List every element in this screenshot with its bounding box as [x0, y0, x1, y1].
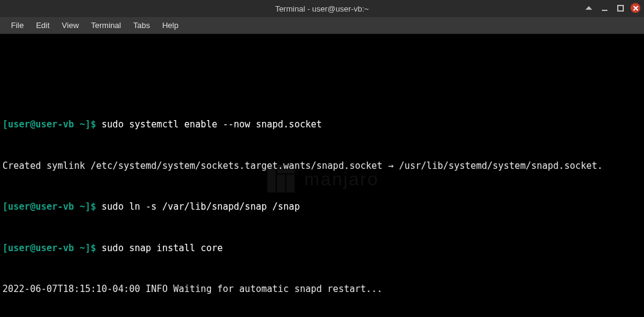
- svg-rect-0: [602, 10, 607, 11]
- menu-edit[interactable]: Edit: [30, 18, 55, 32]
- maximize-button[interactable]: [615, 2, 626, 13]
- menu-view[interactable]: View: [55, 18, 85, 32]
- minimize-button[interactable]: [599, 2, 610, 13]
- command-text: sudo snap install core: [96, 243, 223, 254]
- menu-terminal[interactable]: Terminal: [85, 18, 127, 32]
- terminal-content: [user@user-vb ~]$ sudo systemctl enable …: [2, 90, 642, 317]
- window-controls: [583, 2, 640, 13]
- terminal-line: [user@user-vb ~]$ sudo systemctl enable …: [2, 118, 642, 132]
- terminal-output: 2022-06-07T18:15:10-04:00 INFO Waiting f…: [2, 282, 642, 296]
- close-button[interactable]: [631, 3, 640, 13]
- command-text: sudo systemctl enable --now snapd.socket: [96, 119, 322, 130]
- menu-tabs[interactable]: Tabs: [127, 18, 156, 32]
- command-text: sudo ln -s /var/lib/snapd/snap /snap: [96, 201, 300, 212]
- terminal-pane[interactable]: manjaro [user@user-vb ~]$ sudo systemctl…: [0, 34, 644, 317]
- window-title: Terminal - user@user-vb:~: [275, 4, 369, 13]
- svg-rect-1: [618, 5, 623, 11]
- menu-file[interactable]: File: [5, 18, 30, 32]
- menubar: File Edit View Terminal Tabs Help: [0, 17, 644, 34]
- menu-help[interactable]: Help: [156, 18, 185, 32]
- window-titlebar: Terminal - user@user-vb:~: [0, 0, 644, 17]
- terminal-line: [user@user-vb ~]$ sudo ln -s /var/lib/sn…: [2, 200, 642, 214]
- rollup-button[interactable]: [583, 2, 594, 13]
- terminal-line: [user@user-vb ~]$ sudo snap install core: [2, 241, 642, 255]
- terminal-output: Created symlink /etc/systemd/system/sock…: [2, 159, 642, 173]
